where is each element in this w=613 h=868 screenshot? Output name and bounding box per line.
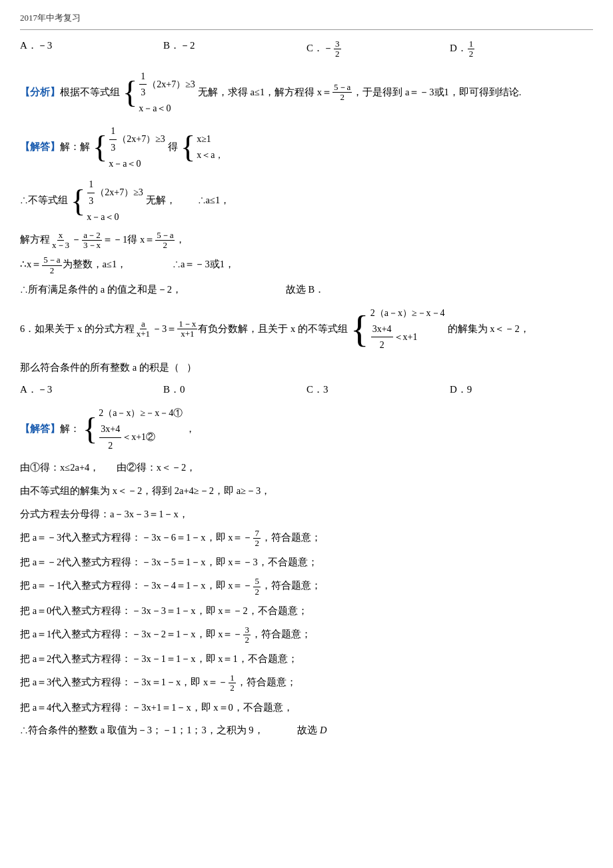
q6-choice-d: D．9: [450, 383, 593, 396]
q6-choice-b: B．0: [163, 383, 306, 396]
q6-choice-a: A．－3: [20, 383, 163, 396]
answer-block-q6: 【解答】解：{2（a－x）≥－x－4①3x+42＜x+1②， 由①得：x≤2a+…: [20, 405, 593, 739]
divider: [20, 29, 593, 30]
answer-block-q5: 【解答】解：解{13（2x+7）≥3x－a＜0得{x≥1x＜a， ∴不等式组{1…: [20, 123, 593, 299]
choice-c: C．－32: [306, 39, 450, 59]
choice-d: D．12: [450, 39, 593, 59]
analysis-block: 【分析】根据不等式组{13（2x+7）≥3x－a＜0无解，求得 a≤1，解方程得…: [20, 69, 593, 117]
header: 2017年中考复习: [20, 12, 593, 24]
q6-choices: A．－3 B．0 C．3 D．9: [20, 383, 593, 396]
q6-problem: 6．如果关于 x 的分式方程ax+1－3＝1－xx+1有负分数解，且关于 x 的…: [20, 305, 593, 377]
q5-choices: A．－3 B．－2 C．－32 D．12: [20, 39, 593, 59]
choice-b: B．－2: [163, 39, 306, 59]
q6-choice-c: C．3: [306, 383, 450, 396]
choice-a: A．－3: [20, 39, 163, 59]
